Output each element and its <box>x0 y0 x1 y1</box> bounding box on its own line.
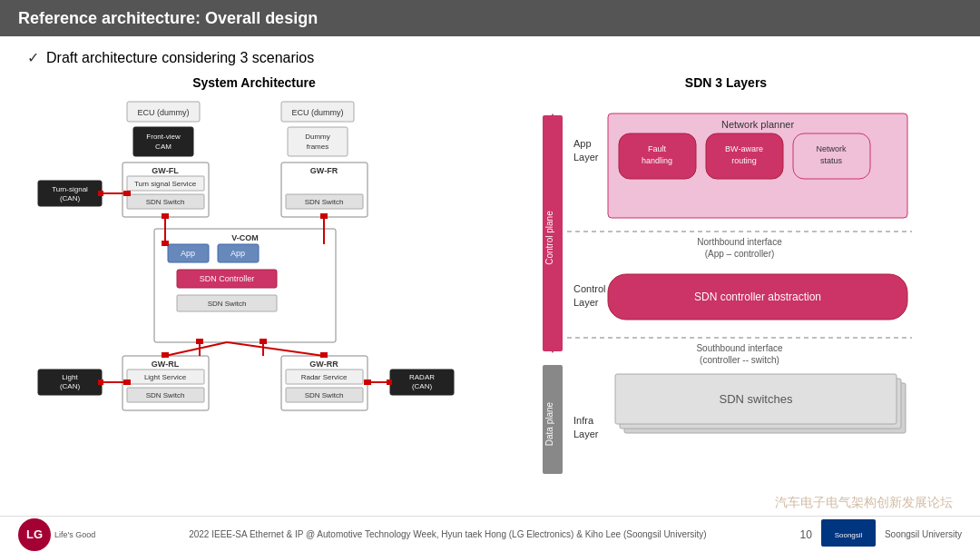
svg-text:App: App <box>230 249 245 258</box>
svg-rect-53 <box>98 191 103 196</box>
svg-rect-67 <box>364 380 371 385</box>
svg-rect-62 <box>320 352 328 358</box>
page-number: 10 <box>800 528 812 541</box>
svg-rect-18 <box>286 194 363 209</box>
svg-text:App: App <box>181 249 195 258</box>
right-col-title: SDN 3 Layers <box>499 75 953 90</box>
svg-rect-25 <box>168 244 209 262</box>
svg-text:Control plane: Control plane <box>544 211 554 265</box>
svg-rect-10 <box>122 163 209 217</box>
svg-rect-72 <box>260 339 267 344</box>
svg-line-61 <box>227 342 324 356</box>
footer-citation: 2022 IEEE-SA Ethernet & IP @ Automotive … <box>189 529 706 539</box>
svg-rect-14 <box>127 194 204 209</box>
svg-text:SDN Controller: SDN Controller <box>200 274 255 283</box>
svg-rect-41 <box>286 370 363 384</box>
svg-rect-2 <box>281 102 354 122</box>
svg-text:(controller -- switch): (controller -- switch) <box>700 355 779 365</box>
svg-text:SDN Switch: SDN Switch <box>208 300 247 308</box>
svg-text:Infra: Infra <box>573 415 594 426</box>
svg-rect-39 <box>281 356 368 410</box>
svg-text:handling: handling <box>642 156 672 165</box>
svg-text:GW-RL: GW-RL <box>152 360 180 369</box>
bullet-text: Draft architecture considering 3 scenari… <box>46 50 314 66</box>
svg-text:GW-RR: GW-RR <box>309 360 338 369</box>
svg-rect-45 <box>38 370 102 395</box>
svg-text:Radar Service: Radar Service <box>301 373 348 381</box>
svg-rect-56 <box>162 241 169 246</box>
svg-text:Light Service: Light Service <box>144 373 187 381</box>
svg-text:Fault: Fault <box>648 144 667 153</box>
svg-text:BW-aware: BW-aware <box>725 144 763 153</box>
svg-text:Front-view: Front-view <box>146 133 181 141</box>
arch-diagram: ECU (dummy) ECU (dummy) Front-view CAM D… <box>27 97 481 488</box>
svg-rect-23 <box>154 229 336 342</box>
header-title: Reference architecture: Overall design <box>18 9 318 28</box>
svg-text:CAM: CAM <box>155 143 172 151</box>
soongsil-logo: Soongsil <box>821 519 876 549</box>
svg-text:GW-FR: GW-FR <box>310 166 338 175</box>
svg-rect-16 <box>281 163 368 217</box>
svg-rect-33 <box>122 356 209 410</box>
svg-text:SDN switches: SDN switches <box>720 392 793 406</box>
svg-text:Network: Network <box>816 144 847 153</box>
svg-text:RADAR: RADAR <box>409 373 435 381</box>
header-bar: Reference architecture: Overall design <box>0 0 980 36</box>
svg-rect-7 <box>288 127 348 156</box>
svg-text:Layer: Layer <box>573 297 599 308</box>
svg-rect-0 <box>127 102 200 122</box>
svg-text:(CAN): (CAN) <box>60 382 81 390</box>
svg-text:App: App <box>573 138 592 149</box>
footer-left: LG Life's Good <box>18 518 95 551</box>
svg-text:ECU (dummy): ECU (dummy) <box>291 108 343 117</box>
svg-rect-31 <box>177 295 277 311</box>
svg-rect-70 <box>196 339 203 344</box>
svg-text:(CAN): (CAN) <box>412 382 433 390</box>
svg-rect-52 <box>123 191 131 196</box>
checkmark-icon: ✓ <box>27 49 39 66</box>
svg-rect-58 <box>320 213 328 219</box>
svg-text:Soongsil: Soongsil <box>835 531 863 539</box>
sdn-layers-section: SDN 3 Layers Control plane Data plane Ap… <box>499 75 953 516</box>
footer-right: 10 Soongsil Soongsil University <box>800 519 962 549</box>
svg-rect-60 <box>162 352 169 358</box>
svg-text:Turn signal Service: Turn signal Service <box>134 180 197 188</box>
lg-circle: LG <box>18 518 51 551</box>
svg-text:ECU (dummy): ECU (dummy) <box>137 108 189 117</box>
svg-text:routing: routing <box>731 156 757 165</box>
svg-text:Southbound interface: Southbound interface <box>696 343 783 353</box>
svg-rect-20 <box>38 181 102 206</box>
svg-rect-12 <box>127 176 204 191</box>
svg-rect-64 <box>123 380 131 385</box>
svg-text:Network planner: Network planner <box>721 119 794 130</box>
svg-rect-65 <box>98 380 103 385</box>
left-col-title: System Architecture <box>27 75 481 90</box>
svg-text:SDN Switch: SDN Switch <box>305 391 344 399</box>
svg-text:(App – controller): (App – controller) <box>705 249 775 259</box>
svg-rect-68 <box>387 380 392 385</box>
svg-text:Dummy: Dummy <box>305 133 330 141</box>
svg-text:status: status <box>820 156 843 165</box>
svg-rect-35 <box>127 370 204 384</box>
svg-text:Data plane: Data plane <box>544 401 554 446</box>
sdn-diagram: Control plane Data plane App Layer Netwo… <box>499 97 953 488</box>
svg-text:Turn-signal: Turn-signal <box>52 185 88 193</box>
svg-rect-55 <box>162 213 169 219</box>
svg-text:SDN Switch: SDN Switch <box>146 391 185 399</box>
svg-rect-43 <box>286 388 363 402</box>
svg-rect-27 <box>218 244 259 262</box>
svg-text:Layer: Layer <box>573 429 599 439</box>
svg-text:Northbound interface: Northbound interface <box>697 237 782 247</box>
svg-rect-48 <box>390 370 454 395</box>
svg-text:Layer: Layer <box>573 152 599 163</box>
svg-line-59 <box>165 342 227 356</box>
svg-text:SDN controller abstraction: SDN controller abstraction <box>694 291 821 303</box>
svg-rect-29 <box>177 270 277 288</box>
lifes-good-text: Life's Good <box>54 530 95 539</box>
svg-text:(CAN): (CAN) <box>60 194 81 202</box>
svg-rect-37 <box>127 388 204 402</box>
svg-text:SDN Switch: SDN Switch <box>305 198 344 206</box>
system-architecture-section: System Architecture ECU (dummy) ECU (dum… <box>27 75 481 516</box>
footer: LG Life's Good 2022 IEEE-SA Ethernet & I… <box>0 516 980 552</box>
svg-text:V-COM: V-COM <box>231 233 259 242</box>
